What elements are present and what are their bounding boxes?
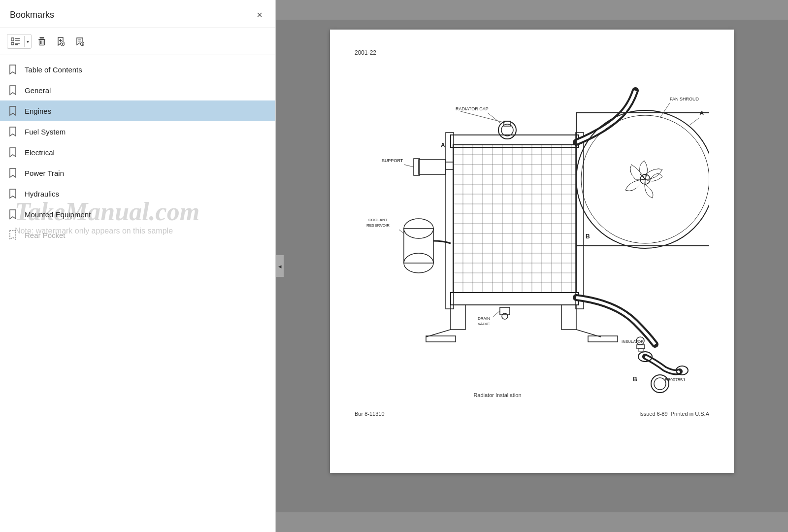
support-label: SUPPORT bbox=[382, 158, 403, 163]
pdf-part-number: Bur 8-11310 bbox=[355, 411, 385, 417]
a-label-top: A bbox=[699, 109, 704, 117]
bookmarks-toolbar: ▾ bbox=[0, 28, 275, 55]
bookmark-flag-icon bbox=[8, 167, 17, 178]
bookmark-flag-icon bbox=[8, 105, 17, 116]
b-label-bottom: B bbox=[633, 376, 637, 383]
bookmark-icon-general bbox=[8, 85, 18, 96]
bookmark-icon-powertrain bbox=[8, 167, 18, 178]
bookmark-label-general: General bbox=[25, 86, 51, 95]
pdf-footer: Bur 8-11310 Issued 6-89 Printed in U.S.A bbox=[355, 411, 709, 417]
trash-icon bbox=[38, 37, 46, 46]
svg-rect-4 bbox=[15, 43, 20, 44]
radiator-cap-label2: RADIATOR CAP bbox=[456, 106, 489, 111]
bookmarks-header: Bookmarks × bbox=[0, 0, 275, 28]
bookmark-icon-rearpocket bbox=[8, 230, 18, 240]
bookmark-item-toc[interactable]: Table of Contents bbox=[0, 59, 275, 80]
part-code-label: B890785J bbox=[665, 377, 685, 382]
collapse-panel-button[interactable]: ◂ bbox=[276, 255, 284, 277]
bookmark-flag-icon bbox=[8, 126, 17, 137]
bookmark-icon-mounted bbox=[8, 209, 18, 220]
bookmark-label-powertrain: Power Train bbox=[25, 169, 64, 177]
bookmarks-panel: Bookmarks × ▾ bbox=[0, 0, 276, 532]
svg-rect-1 bbox=[15, 38, 20, 39]
drain-valve-label: DRAIN bbox=[478, 316, 490, 321]
svg-text:RESERVOIR: RESERVOIR bbox=[366, 223, 390, 228]
bookmark-item-mounted[interactable]: Mounted Equipment bbox=[0, 204, 275, 225]
bookmark-item-hydraulics[interactable]: Hydraulics bbox=[0, 183, 275, 204]
svg-rect-7 bbox=[40, 37, 44, 38]
bookmark-flag-icon bbox=[8, 147, 17, 158]
bookmark-icon-fuel bbox=[8, 126, 18, 137]
bookmark-item-rearpocket[interactable]: Rear Pocket bbox=[0, 225, 275, 245]
bookmark-properties-icon bbox=[75, 37, 84, 46]
pdf-diagram-area: FAN SHROUD A RADIATOR CAP RADIATOR CAP A bbox=[355, 66, 709, 401]
pdf-page-ref: 2001-22 bbox=[355, 49, 709, 56]
bookmark-flag-icon bbox=[8, 188, 17, 199]
bookmark-icon-toc bbox=[8, 64, 18, 75]
bookmark-icon-hydraulics bbox=[8, 188, 18, 199]
coolant-reservoir-label: COOLANT bbox=[368, 218, 388, 222]
bookmark-label-electrical: Electrical bbox=[25, 148, 55, 157]
radiator-diagram-svg: FAN SHROUD A RADIATOR CAP RADIATOR CAP A bbox=[355, 66, 709, 401]
bookmark-item-engines[interactable]: Engines bbox=[0, 100, 275, 121]
bookmark-item-electrical[interactable]: Electrical bbox=[0, 142, 275, 163]
delete-bookmark-button[interactable] bbox=[33, 33, 50, 49]
svg-rect-5 bbox=[15, 44, 18, 45]
bookmark-flag-icon bbox=[8, 209, 17, 220]
svg-rect-0 bbox=[11, 38, 14, 41]
b-label-right: B bbox=[586, 233, 590, 240]
svg-text:VALVE: VALVE bbox=[478, 322, 490, 326]
bookmark-flag-icon bbox=[8, 230, 17, 240]
bookmarks-title: Bookmarks bbox=[10, 10, 54, 20]
add-bookmark-icon bbox=[57, 36, 65, 46]
bookmark-label-hydraulics: Hydraulics bbox=[25, 190, 59, 198]
pdf-page: 2001-22 bbox=[330, 30, 734, 473]
insulator-label: INSULATOR bbox=[622, 339, 644, 344]
close-button[interactable]: × bbox=[254, 8, 265, 22]
bookmark-item-powertrain[interactable]: Power Train bbox=[0, 163, 275, 183]
pdf-content-area: 2001-22 bbox=[276, 20, 788, 512]
bookmark-item-fuel[interactable]: Fuel System bbox=[0, 121, 275, 142]
bookmark-label-engines: Engines bbox=[25, 107, 51, 115]
pdf-top-bar bbox=[276, 0, 788, 20]
bookmark-icon-engines bbox=[8, 105, 18, 116]
bookmark-item-general[interactable]: General bbox=[0, 80, 275, 100]
add-bookmark-button[interactable] bbox=[52, 33, 69, 50]
bookmark-flag-icon bbox=[8, 64, 17, 75]
bookmark-label-mounted: Mounted Equipment bbox=[25, 210, 91, 219]
pdf-viewer: ◂ 2001-22 bbox=[276, 0, 788, 532]
bookmark-list-icon bbox=[11, 37, 20, 45]
bookmark-icon-electrical bbox=[8, 147, 18, 158]
svg-rect-2 bbox=[15, 40, 20, 41]
fan-shroud-label: FAN SHROUD bbox=[670, 97, 699, 101]
svg-rect-3 bbox=[11, 42, 14, 45]
bookmark-flag-icon bbox=[8, 85, 17, 96]
bookmark-label-rearpocket: Rear Pocket bbox=[25, 231, 66, 239]
a-label-left: A bbox=[441, 142, 445, 149]
view-options-split-button[interactable]: ▾ bbox=[7, 34, 32, 49]
bookmark-properties-button[interactable] bbox=[71, 33, 89, 49]
diagram-caption: Radiator Installation bbox=[473, 392, 521, 398]
view-options-main-button[interactable] bbox=[7, 34, 24, 48]
view-options-arrow-button[interactable]: ▾ bbox=[24, 36, 31, 47]
bookmark-label-toc: Table of Contents bbox=[25, 66, 82, 74]
pdf-bottom-bar bbox=[276, 512, 788, 532]
bookmarks-list: Table of Contents General Engines bbox=[0, 55, 275, 532]
pdf-issued: Issued 6-89 Printed in U.S.A bbox=[639, 411, 709, 417]
bookmark-label-fuel: Fuel System bbox=[25, 128, 66, 136]
